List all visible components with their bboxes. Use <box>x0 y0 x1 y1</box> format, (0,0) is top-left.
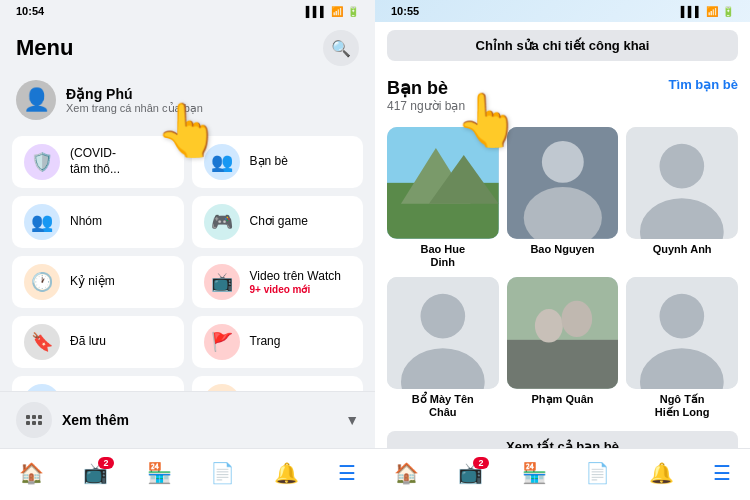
right-signal-icon: ▌▌▌ <box>681 6 702 17</box>
svg-rect-5 <box>38 421 42 425</box>
edit-btn-row: Chỉnh sửa chi tiết công khai <box>375 22 750 69</box>
menu-title: Menu <box>16 35 73 61</box>
wifi-icon: 📶 <box>331 6 343 17</box>
left-status-icons: ▌▌▌ 📶 🔋 <box>306 6 359 17</box>
friend-card-3[interactable]: Quynh Anh <box>626 127 738 269</box>
menu-header: Menu 🔍 <box>0 22 375 72</box>
menu-item-gaming[interactable]: 🎮 Chơi game <box>192 196 364 248</box>
right-shop-icon: 🏪 <box>522 461 547 485</box>
watch-icon: 📺 <box>204 264 240 300</box>
menu-item-pages[interactable]: 🚩 Trang <box>192 316 364 368</box>
friend-card-6[interactable]: Ngô TấnHiến Long <box>626 277 738 419</box>
friend-photo-3 <box>626 127 738 239</box>
left-time: 10:54 <box>16 5 44 17</box>
memories-label: Kỷ niệm <box>70 274 115 290</box>
profile-sub: Xem trang cá nhân của bạn <box>66 102 203 115</box>
find-friends-link[interactable]: Tìm bạn bè <box>669 77 738 92</box>
friend-name-4: Bổ Mày TênChâu <box>412 393 474 419</box>
nav-notifications[interactable]: 🔔 <box>266 461 307 485</box>
right-bell-icon: 🔔 <box>649 461 674 485</box>
gaming-icon: 🎮 <box>204 204 240 240</box>
nav-feed[interactable]: 📄 <box>202 461 243 485</box>
home-icon: 🏠 <box>19 461 44 485</box>
friend-name-5: Phạm Quân <box>531 393 593 406</box>
saved-icon: 🔖 <box>24 324 60 360</box>
right-nav-menu[interactable]: ☰ <box>705 461 739 485</box>
svg-point-22 <box>561 301 592 337</box>
svg-rect-2 <box>38 415 42 419</box>
friends-title-group: Bạn bè 417 người bạn <box>387 77 465 113</box>
see-more-dots-icon <box>16 402 52 438</box>
groups-icon: 👥 <box>24 204 60 240</box>
menu-icon: ☰ <box>338 461 356 485</box>
svg-rect-1 <box>32 415 36 419</box>
friend-card-5[interactable]: Phạm Quân <box>507 277 619 419</box>
covid-icon: 🛡️ <box>24 144 60 180</box>
menu-item-friends[interactable]: 👥 Bạn bè <box>192 136 364 188</box>
menu-item-groups[interactable]: 👥 Nhóm <box>12 196 184 248</box>
svg-rect-3 <box>26 421 30 425</box>
right-nav-home[interactable]: 🏠 <box>386 461 427 485</box>
right-nav-video[interactable]: 📺 2 <box>450 461 491 485</box>
svg-rect-0 <box>26 415 30 419</box>
svg-rect-4 <box>32 421 36 425</box>
friends-label: Bạn bè <box>250 154 288 170</box>
profile-name: Đặng Phú <box>66 86 203 102</box>
friends-icon: 👥 <box>204 144 240 180</box>
saved-label: Đã lưu <box>70 334 106 350</box>
friends-grid: Bao HueDinh Bao Nguyen <box>375 119 750 427</box>
svg-point-17 <box>420 294 465 339</box>
signal-icon: ▌▌▌ <box>306 6 327 17</box>
friends-section-header: Bạn bè 417 người bạn Tìm bạn bè <box>375 69 750 119</box>
friend-name-2: Bao Nguyen <box>530 243 594 256</box>
svg-point-14 <box>660 144 705 189</box>
friend-photo-6 <box>626 277 738 389</box>
edit-public-details-button[interactable]: Chỉnh sửa chi tiết công khai <box>387 30 738 61</box>
search-icon: 🔍 <box>331 39 351 58</box>
friend-name-6: Ngô TấnHiến Long <box>655 393 710 419</box>
nav-home[interactable]: 🏠 <box>11 461 52 485</box>
right-time: 10:55 <box>391 5 419 17</box>
svg-point-24 <box>660 294 705 339</box>
covid-label: (COVID-tâm thô... <box>70 146 120 177</box>
friend-card-4[interactable]: Bổ Mày TênChâu <box>387 277 499 419</box>
shop-icon: 🏪 <box>147 461 172 485</box>
menu-item-memories[interactable]: 🕐 Kỷ niệm <box>12 256 184 308</box>
nav-marketplace[interactable]: 🏪 <box>139 461 180 485</box>
svg-rect-20 <box>507 340 619 389</box>
right-nav-feed[interactable]: 📄 <box>577 461 618 485</box>
right-nav-notifications[interactable]: 🔔 <box>641 461 682 485</box>
search-button[interactable]: 🔍 <box>323 30 359 66</box>
svg-point-21 <box>535 309 563 343</box>
right-bottom-nav: 🏠 📺 2 🏪 📄 🔔 ☰ <box>375 448 750 500</box>
gaming-label: Chơi game <box>250 214 308 230</box>
video-badge: 2 <box>98 457 114 469</box>
see-more-label: Xem thêm <box>62 412 129 428</box>
right-feed-icon: 📄 <box>585 461 610 485</box>
see-more-row[interactable]: Xem thêm ▼ <box>0 391 375 448</box>
menu-grid: 🛡️ (COVID-tâm thô... 👥 Bạn bè 👥 Nhóm 🎮 C… <box>0 128 375 391</box>
pages-icon: 🚩 <box>204 324 240 360</box>
profile-row[interactable]: 👤 Đặng Phú Xem trang cá nhân của bạn <box>0 72 375 128</box>
see-all-friends-button[interactable]: Xem tất cả bạn bè <box>387 431 738 448</box>
nav-menu[interactable]: ☰ <box>330 461 364 485</box>
right-video-badge: 2 <box>473 457 489 469</box>
menu-item-events[interactable]: 📅 Sự kiện <box>12 376 184 391</box>
friend-photo-4 <box>387 277 499 389</box>
menu-item-jobs[interactable]: 💼 Việc làm <box>192 376 364 391</box>
right-nav-marketplace[interactable]: 🏪 <box>514 461 555 485</box>
chevron-down-icon: ▼ <box>345 412 359 428</box>
friend-card-2[interactable]: Bao Nguyen <box>507 127 619 269</box>
left-bottom-nav: 🏠 📺 2 🏪 📄 🔔 ☰ <box>0 448 375 500</box>
menu-item-covid[interactable]: 🛡️ (COVID-tâm thô... <box>12 136 184 188</box>
menu-item-saved[interactable]: 🔖 Đã lưu <box>12 316 184 368</box>
menu-item-watch[interactable]: 📺 Video trên Watch 9+ video mới <box>192 256 364 308</box>
see-more-left: Xem thêm <box>16 402 129 438</box>
friends-header: Bạn bè 417 người bạn Tìm bạn bè <box>387 77 738 113</box>
friend-card-1[interactable]: Bao HueDinh <box>387 127 499 269</box>
right-status-bar: 10:55 ▌▌▌ 📶 🔋 <box>375 0 750 22</box>
nav-video[interactable]: 📺 2 <box>75 461 116 485</box>
memories-icon: 🕐 <box>24 264 60 300</box>
groups-label: Nhóm <box>70 214 102 230</box>
battery-icon: 🔋 <box>347 6 359 17</box>
